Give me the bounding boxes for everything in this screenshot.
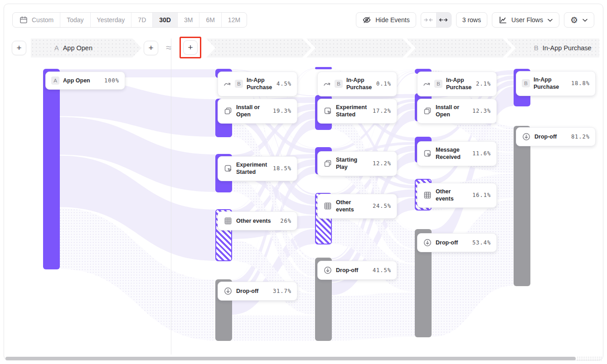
grid-icon <box>323 201 332 211</box>
view-label: User Flows <box>511 16 543 24</box>
node-label: In-App Purchase <box>446 77 472 91</box>
node-value: 19.3% <box>273 108 291 114</box>
eye-off-icon <box>362 15 371 24</box>
date-range-yesterday[interactable]: Yesterday <box>91 13 132 27</box>
step-b-header[interactable]: B In-App Purchase <box>507 38 599 57</box>
node-label: Message Received <box>436 146 469 161</box>
node-label: Experiment Started <box>236 161 269 176</box>
date-range-3m[interactable]: 3M <box>178 13 199 27</box>
date-range-group: CustomTodayYesterday7D30D3M6M12M <box>12 12 247 28</box>
node-label: In-App Purchase <box>247 77 273 91</box>
hide-events-label: Hide Events <box>375 16 409 24</box>
node-value: 41.5% <box>373 267 391 273</box>
arrows-inward-icon <box>423 16 433 24</box>
step-a-header[interactable]: A App Open <box>31 38 141 57</box>
horizontal-scrollbar-track <box>577 356 602 361</box>
node-label: Drop-off <box>336 267 358 274</box>
app-open-bar[interactable] <box>43 69 60 269</box>
date-range-today[interactable]: Today <box>60 13 90 27</box>
in-app-purchase-card[interactable]: BIn-App Purchase4.5% <box>218 72 297 96</box>
date-range-label: Custom <box>32 16 53 24</box>
hide-events-button[interactable]: Hide Events <box>356 12 416 28</box>
funnel-step-badge: B <box>522 79 530 87</box>
expand-columns-button[interactable] <box>436 13 451 27</box>
install-or-open-card[interactable]: Install or Open19.3% <box>218 99 297 124</box>
node-label: In-App Purchase <box>534 76 568 91</box>
add-step-button-start[interactable]: + <box>12 41 26 55</box>
plus-icon: + <box>148 43 153 53</box>
trend-icon <box>223 80 231 88</box>
click-icon <box>223 164 233 173</box>
drop-off-card[interactable]: Drop-off41.5% <box>317 261 397 280</box>
user-flows-screen: CustomTodayYesterday7D30D3M6M12M Hide Ev… <box>0 0 607 364</box>
grid-icon <box>223 216 233 225</box>
calendar-icon <box>19 15 28 24</box>
toolbar-right: Hide Events <box>356 12 594 28</box>
other-events-card[interactable]: Other events24.5% <box>317 194 397 219</box>
in-app-purchase-card[interactable]: BIn-App Purchase18.8% <box>516 71 596 96</box>
date-range-label: 30D <box>159 16 171 24</box>
node-value: 53.4% <box>472 239 491 246</box>
drop-icon <box>323 266 332 275</box>
click-icon <box>323 106 332 115</box>
node-value: 31.7% <box>273 288 291 294</box>
date-range-label: 3M <box>184 16 193 24</box>
drop-off-bar[interactable] <box>514 126 530 286</box>
date-range-7d[interactable]: 7D <box>131 13 153 27</box>
add-step-button-highlighted[interactable]: + <box>183 40 198 55</box>
settings-menu-button[interactable]: ⚙ <box>564 12 594 28</box>
date-range-custom[interactable]: Custom <box>13 13 60 27</box>
chevron-down-icon <box>547 18 553 22</box>
date-range-label: Yesterday <box>97 16 125 24</box>
rows-button[interactable]: 3 rows <box>456 12 487 28</box>
message-received-card[interactable]: Message Received11.6% <box>417 141 497 166</box>
add-step-button-after-a[interactable]: + <box>144 41 158 55</box>
node-label: Other events <box>436 188 469 203</box>
funnel-step-badge: B <box>335 80 343 88</box>
trend-icon <box>323 80 331 88</box>
node-value: 0.1% <box>376 81 391 87</box>
date-range-30d[interactable]: 30D <box>153 13 178 27</box>
view-selector[interactable]: User Flows <box>492 12 559 28</box>
in-app-purchase-card[interactable]: BIn-App Purchase0.1% <box>317 72 397 96</box>
node-label: Drop-off <box>436 239 458 246</box>
experiment-started-card[interactable]: Experiment Started18.5% <box>218 156 297 181</box>
plus-icon: + <box>16 43 21 53</box>
plus-icon: + <box>188 43 193 53</box>
other-events-card[interactable]: Other events16.1% <box>417 183 497 208</box>
grid-icon <box>423 191 432 200</box>
step-a-label: App Open <box>63 44 92 52</box>
date-range-label: Today <box>67 16 83 24</box>
node-value: 18.8% <box>571 80 590 86</box>
node-value: 26% <box>280 218 291 224</box>
date-range-12m[interactable]: 12M <box>222 13 247 27</box>
chevron-down-icon <box>582 18 588 22</box>
funnel-step-badge: B <box>434 80 442 88</box>
arrows-outward-icon <box>438 16 448 24</box>
node-value: 12.3% <box>472 108 491 114</box>
drop-off-card[interactable]: Drop-off31.7% <box>218 282 297 301</box>
click-icon <box>423 149 432 158</box>
node-value: 2.1% <box>476 81 491 87</box>
squares-icon <box>423 106 432 115</box>
other-events-card[interactable]: Other events26% <box>218 211 297 230</box>
app-open-card[interactable]: AApp Open100% <box>45 72 125 90</box>
node-label: App Open <box>63 77 90 84</box>
step-a-badge: A <box>54 44 59 52</box>
collapse-columns-button[interactable] <box>421 13 436 27</box>
horizontal-scrollbar-thumb[interactable] <box>5 357 576 360</box>
drop-off-card[interactable]: Drop-off81.2% <box>516 127 596 146</box>
drop-off-card[interactable]: Drop-off53.4% <box>417 233 497 252</box>
drop-icon <box>423 238 432 247</box>
experiment-started-card[interactable]: Experiment Started17.2% <box>317 99 397 124</box>
date-range-6m[interactable]: 6M <box>199 13 221 27</box>
in-app-purchase-card[interactable]: BIn-App Purchase2.1% <box>417 72 497 96</box>
column-divider <box>171 38 171 354</box>
in-app-purchase-bar[interactable] <box>315 67 332 69</box>
node-value: 11.6% <box>472 150 491 157</box>
node-label: Starting Play <box>336 156 369 171</box>
install-or-open-card[interactable]: Install or Open12.3% <box>417 99 497 124</box>
node-label: Other events <box>236 217 271 225</box>
node-label: Experiment Started <box>336 104 369 119</box>
starting-play-card[interactable]: Starting Play12.2% <box>317 151 397 176</box>
